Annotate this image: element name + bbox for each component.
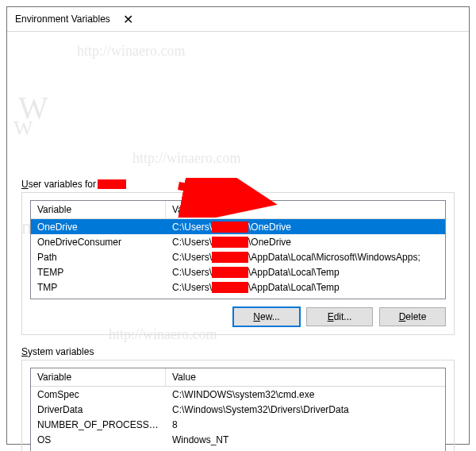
redacted-username xyxy=(98,179,126,189)
system-variables-frame: Variable Value ComSpecC:\WINDOWS\system3… xyxy=(21,360,455,451)
redacted-username xyxy=(212,252,248,263)
system-variables-table[interactable]: Variable Value ComSpecC:\WINDOWS\system3… xyxy=(30,368,446,451)
redacted-username xyxy=(212,282,248,293)
system-variables-label: System variables xyxy=(21,346,455,357)
watermark-text: W xyxy=(13,117,447,141)
environment-variables-dialog: Environment Variables ✕ http://winaero.c… xyxy=(6,6,470,445)
watermark-text: http://winaero.com xyxy=(77,43,476,60)
table-row[interactable]: TMP C:\Users\\AppData\Local\Temp xyxy=(31,279,445,295)
watermark-text: http://winaero.com xyxy=(132,150,476,167)
watermark-text: W xyxy=(18,89,451,126)
column-value[interactable]: Value xyxy=(166,368,445,387)
table-header: Variable Value xyxy=(31,201,445,219)
table-row[interactable]: NUMBER_OF_PROCESSORS8 xyxy=(31,417,445,432)
column-variable[interactable]: Variable xyxy=(31,368,166,387)
close-icon: ✕ xyxy=(123,12,133,27)
close-button[interactable]: ✕ xyxy=(110,7,146,31)
title-bar: Environment Variables ✕ xyxy=(7,7,469,32)
column-variable[interactable]: Variable xyxy=(31,201,166,219)
dialog-title: Environment Variables xyxy=(15,13,110,25)
table-row[interactable]: TEMP C:\Users\\AppData\Local\Temp xyxy=(31,264,445,279)
table-row[interactable]: OneDrive C:\Users\\OneDrive xyxy=(31,219,445,234)
table-row[interactable]: DriverDataC:\Windows\System32\Drivers\Dr… xyxy=(31,402,445,417)
user-delete-button[interactable]: Delete xyxy=(379,307,446,326)
table-row[interactable]: PathC:\WINDOWS\system32;C:\WINDOWS;C:\WI… xyxy=(31,447,445,451)
table-row[interactable]: OneDriveConsumer C:\Users\\OneDrive xyxy=(31,234,445,249)
user-variables-frame: Variable Value OneDrive C:\Users\\OneDri… xyxy=(21,192,455,335)
user-variables-label: UUser variables for ser variables for xyxy=(21,179,455,190)
table-row[interactable]: OSWindows_NT xyxy=(31,432,445,447)
redacted-username xyxy=(212,267,248,278)
table-header: Variable Value xyxy=(31,368,445,387)
user-variables-table[interactable]: Variable Value OneDrive C:\Users\\OneDri… xyxy=(30,200,446,299)
user-new-button[interactable]: New... xyxy=(233,307,300,326)
redacted-username xyxy=(212,237,248,248)
table-row[interactable]: Path C:\Users\\AppData\Local\Microsoft\W… xyxy=(31,249,445,264)
redacted-username xyxy=(212,222,248,233)
table-row[interactable]: ComSpecC:\WINDOWS\system32\cmd.exe xyxy=(31,387,445,402)
column-value[interactable]: Value xyxy=(166,201,445,219)
user-edit-button[interactable]: Edit... xyxy=(306,307,373,326)
